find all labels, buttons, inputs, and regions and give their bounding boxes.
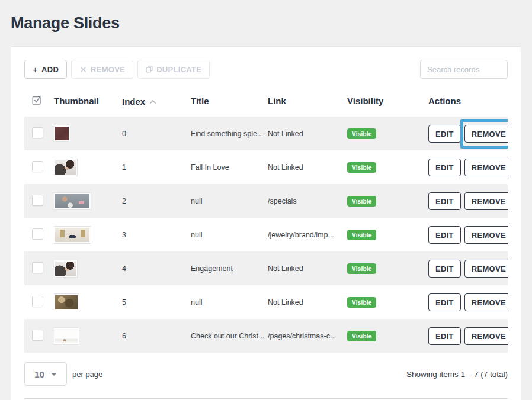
title-cell: Find something sple... [191,117,268,150]
footer-divider [24,398,508,399]
title-cell: Check out our Christ... [191,319,268,353]
edit-button[interactable]: EDIT [428,260,461,278]
slide-thumbnail [54,125,70,141]
remove-button[interactable]: REMOVE [464,192,508,210]
edit-button[interactable]: EDIT [428,293,461,311]
add-button[interactable]: + ADD [24,60,67,79]
edit-button[interactable]: EDIT [428,192,461,210]
column-header-index[interactable]: Index [122,89,191,117]
chevron-down-icon [51,373,57,376]
index-cell: 0 [122,117,191,150]
row-checkbox[interactable] [32,330,43,341]
index-cell: 5 [122,285,191,319]
page-title: Manage Slides [11,14,521,33]
remove-button-highlight: REMOVE [464,192,508,210]
row-checkbox[interactable] [32,296,43,307]
column-header-visibility: Visibility [347,89,428,117]
edit-button[interactable]: EDIT [428,159,461,176]
remove-button-highlight: REMOVE [464,159,508,176]
visibility-badge: Visible [347,297,376,308]
link-cell: /specials [268,184,347,218]
remove-button-highlight: REMOVE [464,293,508,311]
remove-button-highlight: REMOVE [464,226,508,244]
column-header-thumbnail: Thumbnail [54,89,122,117]
slide-thumbnail [54,328,79,344]
cross-icon: ✕ [79,65,87,74]
select-all-icon [32,97,43,107]
link-cell: /jewelry/brand/imp... [268,218,347,251]
slide-thumbnail [54,294,79,311]
toolbar: + ADD ✕ REMOVE DUPLICATE [24,60,508,79]
remove-button-highlight: REMOVE [460,119,508,149]
remove-button[interactable]: REMOVE [464,260,508,278]
duplicate-icon [146,65,153,74]
link-cell: Not Linked [268,117,347,150]
title-cell: null [191,285,268,319]
remove-button[interactable]: REMOVE [464,327,508,345]
index-cell: 2 [122,184,191,218]
table-header-row: Thumbnail Index Title Link Visibility Ac… [24,89,508,117]
slides-card: + ADD ✕ REMOVE DUPLICATE [11,46,521,400]
visibility-badge: Visible [347,230,376,240]
row-checkbox[interactable] [32,127,43,138]
row-checkbox[interactable] [32,228,43,240]
duplicate-button[interactable]: DUPLICATE [137,60,210,79]
visibility-badge: Visible [347,331,376,341]
index-cell: 6 [122,319,191,353]
remove-button-highlight: REMOVE [464,327,508,345]
visibility-badge: Visible [347,263,376,274]
link-cell: Not Linked [268,150,347,184]
index-cell: 1 [122,150,191,184]
per-page-label: per page [72,370,102,379]
remove-button-highlight: REMOVE [464,260,508,278]
results-summary: Showing items 1 – 7 (7 total) [406,370,508,379]
index-cell: 3 [122,218,191,251]
title-cell: null [191,184,268,218]
select-all-checkbox[interactable] [24,89,54,117]
plus-icon: + [33,65,38,74]
visibility-badge: Visible [347,162,376,173]
manage-slides-page: Manage Slides + ADD ✕ REMOVE [0,0,532,400]
index-cell: 4 [122,251,191,285]
remove-selected-button[interactable]: ✕ REMOVE [71,60,133,79]
slide-thumbnail [54,193,91,209]
slides-table: Thumbnail Index Title Link Visibility Ac… [24,89,508,353]
table-row: 3 null /jewelry/brand/imp... Visible EDI… [24,218,508,251]
row-checkbox[interactable] [32,195,43,206]
column-header-link: Link [268,89,347,117]
table-row: 1 Fall In Love Not Linked Visible EDIT R… [24,150,508,184]
title-cell: Engagement [191,251,268,285]
per-page-select[interactable]: 10 [24,362,67,386]
title-cell: null [191,218,268,251]
table-row: 6 Check out our Christ... /pages/christm… [24,319,508,353]
edit-button[interactable]: EDIT [428,125,461,143]
column-header-actions: Actions [428,89,508,117]
row-checkbox[interactable] [32,161,43,172]
table-row: 2 null /specials Visible EDIT REMOVE [24,184,508,218]
table-footer: 10 per page Showing items 1 – 7 (7 total… [24,362,508,386]
visibility-badge: Visible [347,196,376,207]
remove-button[interactable]: REMOVE [464,293,508,311]
title-cell: Fall In Love [191,150,268,184]
link-cell: Not Linked [268,285,347,319]
table-row: 0 Find something sple... Not Linked Visi… [24,117,508,150]
slide-thumbnail [54,159,77,176]
remove-button[interactable]: REMOVE [464,125,508,143]
remove-button[interactable]: REMOVE [464,226,508,244]
link-cell: Not Linked [268,251,347,285]
row-checkbox[interactable] [32,262,43,273]
edit-button[interactable]: EDIT [428,226,461,244]
edit-button[interactable]: EDIT [428,327,461,345]
link-cell: /pages/christmas-c... [268,319,347,353]
visibility-badge: Visible [347,128,376,139]
search-input[interactable] [420,60,508,79]
column-header-title: Title [191,89,268,117]
sort-ascending-icon [149,96,156,106]
slide-thumbnail [54,227,91,243]
table-row: 4 Engagement Not Linked Visible EDIT REM… [24,251,508,285]
table-row: 5 null Not Linked Visible EDIT REMOVE [24,285,508,319]
remove-button[interactable]: REMOVE [464,159,508,176]
slide-thumbnail [54,260,77,277]
